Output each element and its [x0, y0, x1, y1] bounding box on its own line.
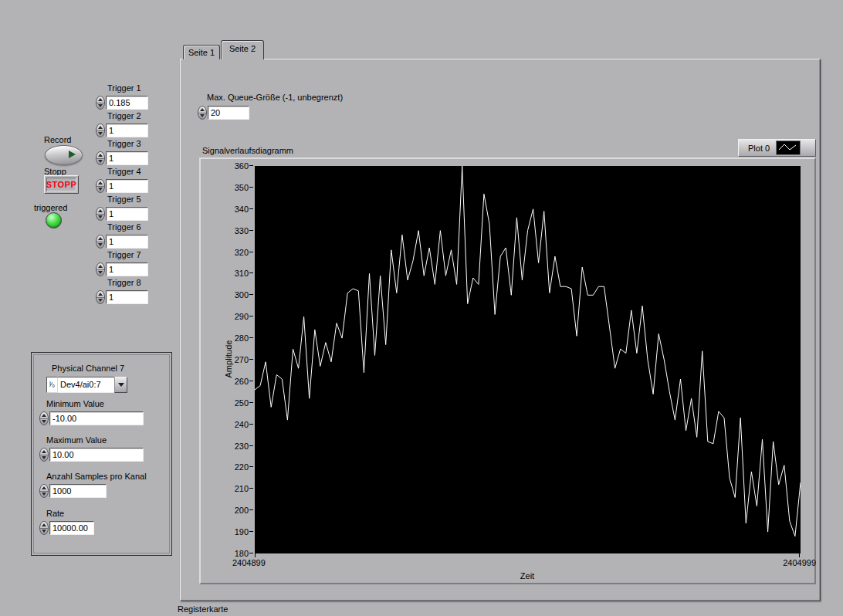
- y-tick-label: 340: [218, 205, 249, 214]
- trigger-1-field[interactable]: 0.185: [106, 96, 148, 110]
- y-tick-label: 200: [218, 506, 249, 515]
- y-tick-mark: [249, 165, 253, 166]
- trigger-3-spinner[interactable]: [96, 151, 105, 165]
- trigger-7-field[interactable]: 1: [106, 262, 148, 276]
- physical-channel-label: Physical Channel 7: [52, 364, 124, 373]
- trigger-4-field[interactable]: 1: [106, 179, 148, 193]
- y-tick-label: 330: [218, 226, 249, 235]
- trigger-8-spinner[interactable]: [96, 290, 105, 304]
- x-tick-mark: [255, 553, 256, 557]
- x-axis-max-label: 2404999: [783, 558, 816, 567]
- trigger-8-field[interactable]: 1: [106, 290, 148, 304]
- y-tick-mark: [249, 509, 253, 510]
- physical-channel-combo[interactable]: ᴵ⁄₀ Dev4/ai0:7: [46, 377, 127, 393]
- y-tick-mark: [249, 230, 253, 231]
- trigger-5-spinner[interactable]: [96, 207, 105, 221]
- y-tick-label: 210: [218, 484, 249, 493]
- maximum-value-label: Maximum Value: [46, 435, 107, 445]
- y-tick-mark: [249, 488, 253, 489]
- y-tick-label: 350: [218, 183, 249, 192]
- trigger-2-field[interactable]: 1: [106, 124, 148, 137]
- maximum-value-spinner[interactable]: [39, 448, 49, 462]
- queue-size-spinner[interactable]: [198, 106, 207, 120]
- plot0-line-icon: [776, 140, 801, 155]
- trigger-1-spinner[interactable]: [96, 96, 105, 110]
- y-tick-label: 220: [218, 462, 249, 472]
- rate-field[interactable]: 10000.00: [49, 521, 94, 535]
- minimum-value-field[interactable]: -10.00: [49, 411, 144, 425]
- trigger-5-label: Trigger 5: [107, 195, 141, 204]
- tab-seite-2[interactable]: Seite 2: [221, 40, 264, 59]
- y-tick-mark: [249, 531, 253, 532]
- rate-label: Rate: [46, 509, 64, 518]
- trigger-2-spinner[interactable]: [96, 124, 105, 137]
- plot-legend[interactable]: Plot 0: [738, 139, 816, 157]
- trigger-7-spinner[interactable]: [96, 262, 105, 276]
- y-tick-mark: [249, 553, 253, 553]
- waveform-trace: [255, 166, 801, 536]
- x-axis-title: Zeit: [504, 571, 550, 580]
- y-tick-mark: [249, 272, 253, 273]
- minimum-value-label: Minimum Value: [46, 399, 104, 408]
- samples-per-channel-spinner[interactable]: [39, 484, 49, 498]
- y-tick-mark: [249, 381, 253, 381]
- trigger-6-field[interactable]: 1: [106, 235, 148, 249]
- physical-channel-value: Dev4/ai0:7: [58, 377, 114, 393]
- y-tick-mark: [249, 402, 253, 403]
- triggered-label: triggered: [34, 203, 67, 212]
- y-tick-label: 180: [218, 549, 249, 558]
- dropdown-arrow-button[interactable]: [114, 377, 127, 393]
- y-tick-label: 190: [218, 527, 249, 536]
- trigger-4-spinner[interactable]: [96, 179, 105, 193]
- samples-per-channel-field[interactable]: 1000: [49, 484, 107, 498]
- y-tick-label: 250: [218, 398, 249, 408]
- y-tick-label: 240: [218, 420, 249, 429]
- record-button[interactable]: [45, 145, 83, 165]
- tab-seite-1[interactable]: Seite 1: [183, 45, 220, 59]
- queue-size-field[interactable]: 20: [208, 106, 249, 120]
- maximum-value-field[interactable]: 10.00: [49, 448, 144, 462]
- y-tick-label: 280: [218, 333, 249, 343]
- x-axis-min-label: 2404899: [232, 558, 266, 567]
- rate-spinner[interactable]: [39, 521, 49, 535]
- y-tick-label: 320: [218, 248, 249, 257]
- play-arrow-icon: [69, 151, 76, 158]
- y-tick-mark: [249, 337, 253, 338]
- trigger-2-label: Trigger 2: [107, 111, 141, 120]
- y-tick-mark: [249, 316, 253, 316]
- labview-front-panel: Record Stopp STOPP triggered Trigger 1 0…: [0, 0, 843, 616]
- y-tick-mark: [249, 208, 253, 209]
- record-label: Record: [44, 135, 71, 144]
- y-tick-label: 310: [218, 269, 249, 278]
- y-tick-mark: [249, 294, 253, 295]
- legend-plot0-label: Plot 0: [748, 144, 770, 153]
- trigger-1-label: Trigger 1: [107, 83, 141, 93]
- trigger-3-field[interactable]: 1: [106, 151, 148, 165]
- y-tick-label: 270: [218, 355, 249, 364]
- y-tick-label: 230: [218, 442, 249, 451]
- y-tick-mark: [249, 424, 253, 425]
- io-glyph-icon: ᴵ⁄₀: [46, 377, 58, 393]
- trigger-5-field[interactable]: 1: [106, 207, 148, 221]
- stopp-button[interactable]: STOPP: [44, 175, 79, 194]
- y-tick-mark: [249, 359, 253, 360]
- minimum-value-spinner[interactable]: [39, 411, 49, 425]
- y-tick-mark: [249, 445, 253, 446]
- y-tick-mark: [249, 187, 253, 188]
- y-tick-mark: [249, 466, 253, 467]
- y-tick-label: 260: [218, 377, 249, 386]
- y-tick-label: 360: [218, 161, 249, 171]
- chart-title: Signalverlaufsdiagramm: [202, 146, 293, 155]
- trigger-4-label: Trigger 4: [107, 167, 141, 176]
- tab-control-caption: Registerkarte: [178, 604, 228, 614]
- trigger-6-label: Trigger 6: [107, 222, 141, 232]
- samples-per-channel-label: Anzahl Samples pro Kanal: [46, 472, 147, 481]
- trigger-7-label: Trigger 7: [107, 250, 141, 259]
- stopp-button-text: STOPP: [46, 178, 76, 191]
- y-tick-label: 300: [218, 290, 249, 300]
- triggered-led-indicator: [46, 212, 62, 228]
- trigger-6-spinner[interactable]: [96, 235, 105, 249]
- queue-size-label: Max. Queue-Größe (-1, unbegrenzt): [207, 93, 343, 102]
- y-tick-mark: [249, 252, 253, 252]
- y-tick-label: 290: [218, 312, 249, 321]
